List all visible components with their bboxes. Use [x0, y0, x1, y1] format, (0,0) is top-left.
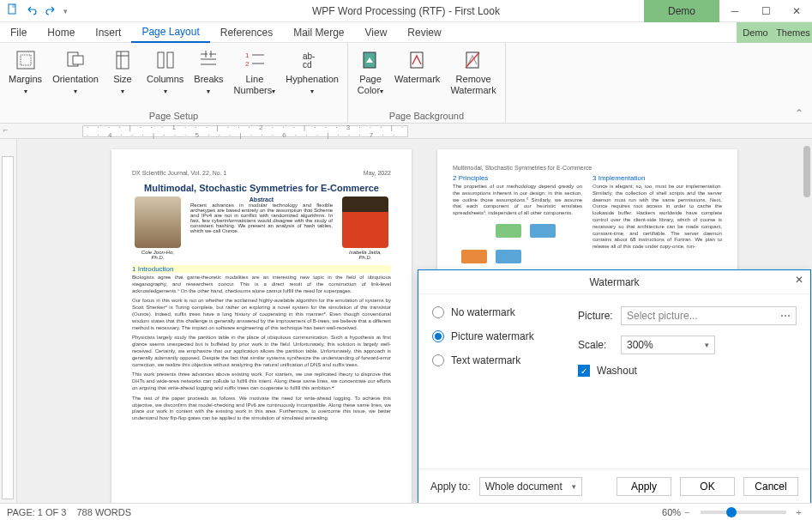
orientation-icon	[63, 48, 87, 72]
heading-principles: 2 Principles	[453, 174, 582, 182]
columns-button[interactable]: Columns▾	[143, 46, 187, 109]
heading-introduction: 1 Introduction	[132, 265, 391, 273]
dialog-footer: Apply to: Whole document ▾ Apply OK Canc…	[418, 469, 810, 503]
redo-icon[interactable]	[45, 3, 57, 18]
tab-themes[interactable]: Themes	[774, 22, 812, 43]
ribbon: Margins▾ Orientation▾ Size▾ Columns▾ Bre…	[0, 43, 812, 124]
ribbon-group-page-background: PageColor▾ Watermark RemoveWatermark Pag…	[348, 43, 506, 123]
page-color-label: PageColor	[358, 74, 382, 95]
chevron-down-icon: ▾	[24, 88, 27, 95]
menu-bar: File Home Insert Page Layout References …	[0, 22, 812, 43]
tab-demo[interactable]: Demo	[737, 22, 774, 43]
dialog-titlebar: Watermark ✕	[418, 270, 810, 294]
menu-references[interactable]: References	[210, 22, 283, 43]
remove-watermark-label: RemoveWatermark	[450, 74, 496, 95]
status-page[interactable]: PAGE: 1 OF 3	[7, 507, 67, 517]
zoom-in-button[interactable]: +	[793, 507, 805, 517]
orientation-button[interactable]: Orientation▾	[49, 46, 102, 109]
margins-icon	[14, 48, 38, 72]
page-color-icon	[358, 48, 382, 72]
picture-input[interactable]: Select picture... ⋯	[621, 306, 797, 325]
zoom-value[interactable]: 60%	[662, 507, 681, 517]
radio-text-watermark[interactable]: Text watermark	[432, 354, 561, 366]
apply-to-value: Whole document	[485, 481, 562, 493]
menu-view[interactable]: View	[355, 22, 398, 43]
dialog-title: Watermark	[589, 276, 639, 288]
svg-rect-5	[73, 56, 83, 64]
author-right: Isabella Jaitla,Ph.D.	[340, 197, 391, 260]
author-left-photo	[135, 197, 181, 248]
chevron-down-icon: ▾	[705, 341, 709, 349]
vertical-ruler[interactable]	[0, 139, 17, 503]
para-2: Our focus in this work is not on whether…	[132, 298, 391, 331]
breaks-button[interactable]: Breaks▾	[190, 46, 226, 109]
group-label-page-background: Page Background	[353, 109, 500, 121]
watermark-button[interactable]: Watermark	[391, 46, 443, 109]
watermark-icon	[406, 48, 430, 72]
new-doc-icon[interactable]	[7, 3, 19, 18]
scale-value: 300%	[627, 339, 653, 351]
svg-text:1: 1	[245, 51, 250, 59]
svg-text:cd: cd	[303, 60, 312, 70]
zoom-slider[interactable]	[701, 511, 786, 514]
line-numbers-button[interactable]: 12 LineNumbers▾	[231, 46, 280, 109]
ribbon-group-page-setup: Margins▾ Orientation▾ Size▾ Columns▾ Bre…	[0, 43, 348, 123]
line-numbers-label: LineNumbers	[234, 74, 273, 95]
watermark-dialog: Watermark ✕ No watermark Picture waterma…	[418, 269, 811, 504]
ok-button[interactable]: OK	[680, 477, 735, 496]
principles-body: The properties of our methodology depend…	[453, 184, 582, 217]
author-left: Cole Joon-Ho,Ph.D.	[132, 197, 183, 260]
menu-page-layout[interactable]: Page Layout	[131, 22, 209, 43]
radio-picture-watermark[interactable]: Picture watermark	[432, 330, 561, 342]
scale-select[interactable]: 300% ▾	[621, 336, 715, 354]
svg-rect-6	[117, 51, 129, 69]
scale-label: Scale:	[578, 339, 621, 351]
apply-to-label: Apply to:	[430, 481, 471, 493]
svg-rect-2	[17, 51, 34, 69]
minimize-button[interactable]: ─	[719, 0, 750, 22]
status-words[interactable]: 788 WORDS	[77, 507, 132, 517]
remove-watermark-button[interactable]: RemoveWatermark	[447, 46, 499, 109]
close-button[interactable]: ✕	[781, 0, 812, 22]
qat-dropdown-icon[interactable]: ▾	[63, 7, 68, 15]
ribbon-collapse-icon[interactable]: ⌃	[795, 107, 803, 119]
breaks-label: Breaks	[194, 74, 223, 84]
hyphenation-icon: ab-cd	[300, 48, 324, 72]
dialog-close-icon[interactable]: ✕	[795, 274, 803, 286]
para-5: The rest of the paper proceeds as follow…	[132, 396, 391, 422]
browse-icon[interactable]: ⋯	[780, 310, 791, 322]
page-1[interactable]: DX Scientific Journal, Vol. 22, No. 1 Ma…	[111, 149, 412, 503]
menu-home[interactable]: Home	[37, 22, 85, 43]
zoom-slider-thumb[interactable]	[726, 507, 737, 517]
svg-rect-10	[167, 52, 173, 68]
page-color-button[interactable]: PageColor▾	[353, 46, 388, 109]
chevron-down-icon: ▾	[207, 88, 210, 95]
menu-review[interactable]: Review	[397, 22, 451, 43]
columns-label: Columns	[147, 74, 183, 84]
apply-to-select[interactable]: Whole document ▾	[479, 477, 582, 496]
apply-button[interactable]: Apply	[617, 477, 671, 496]
watermark-label: Watermark	[394, 74, 440, 84]
size-button[interactable]: Size▾	[105, 46, 140, 109]
menu-mail-merge[interactable]: Mail Merge	[283, 22, 354, 43]
cancel-button[interactable]: Cancel	[743, 477, 798, 496]
menu-insert[interactable]: Insert	[85, 22, 131, 43]
menu-file[interactable]: File	[0, 22, 37, 43]
ruler-bar: ⌐ · · · · | · · · 1 · · · | · · · 2 · · …	[0, 124, 812, 139]
abstract: Abstract Recent advances in modular tech…	[190, 197, 333, 260]
maximize-button[interactable]: ☐	[750, 0, 781, 22]
columns-icon	[153, 48, 177, 72]
zoom-out-button[interactable]: −	[681, 507, 693, 517]
hyphenation-button[interactable]: ab-cd Hyphenation▾	[282, 46, 342, 109]
margins-button[interactable]: Margins▾	[5, 46, 45, 109]
status-bar: PAGE: 1 OF 3 788 WORDS 60% − +	[0, 503, 812, 520]
title-bar: ▾ WPF Word Processing (RTF) - First Look…	[0, 0, 812, 22]
undo-icon[interactable]	[26, 3, 38, 18]
horizontal-ruler[interactable]: · · · · | · · · 1 · · · | · · · 2 · · · …	[82, 125, 408, 137]
radio-no-watermark[interactable]: No watermark	[432, 306, 561, 318]
washout-checkbox[interactable]: ✓	[578, 365, 590, 377]
date-header: May, 2022	[364, 170, 391, 176]
scrollbar-thumb[interactable]	[803, 146, 810, 197]
chevron-down-icon: ▾	[380, 88, 383, 95]
washout-checkbox-row[interactable]: ✓ Washout	[578, 365, 797, 377]
